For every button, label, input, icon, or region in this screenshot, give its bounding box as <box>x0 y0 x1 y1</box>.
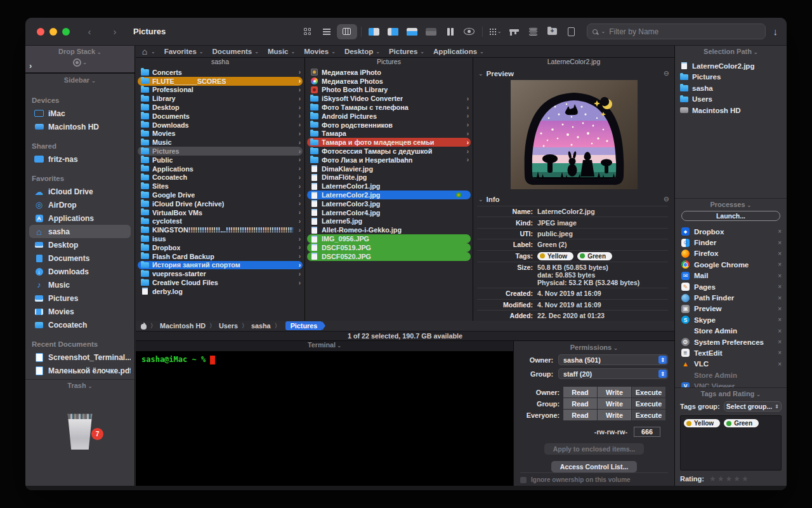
file-row[interactable]: LaterneColor2.jpg <box>307 190 471 199</box>
execute-toggle[interactable]: Execute <box>632 387 666 398</box>
quick-look-button[interactable] <box>461 24 478 39</box>
read-toggle[interactable]: Read <box>563 398 598 409</box>
breadcrumb-segment[interactable]: Users <box>219 322 238 330</box>
preview-section-header[interactable]: ⌄ Preview ⊖ <box>473 67 674 79</box>
file-row[interactable]: Desktop › <box>138 103 303 112</box>
breadcrumb-current[interactable]: Pictures <box>285 321 323 330</box>
toggle-right-panel-button[interactable] <box>384 24 402 39</box>
quit-process-icon[interactable]: × <box>778 338 782 345</box>
folder-menu[interactable]: Music <box>268 48 295 55</box>
file-row[interactable]: Google Drive › <box>138 190 303 199</box>
file-row[interactable]: Movies › <box>138 130 303 138</box>
sidebar-item[interactable]: AirDrop <box>29 198 131 211</box>
quit-process-icon[interactable]: × <box>778 305 782 312</box>
file-row[interactable]: cyclotest › <box>138 217 303 226</box>
icon-view-button[interactable] <box>299 24 317 39</box>
trash-icon[interactable]: 7 <box>65 413 95 450</box>
file-row[interactable]: Music › <box>138 138 303 147</box>
file-row[interactable]: Library › <box>138 94 303 103</box>
folder-menu[interactable]: Applications <box>433 48 484 55</box>
file-row[interactable]: Concerts › <box>138 68 303 77</box>
file-row[interactable]: Тамара и фото младенцев семьи › <box>307 138 471 147</box>
sidebar-item[interactable]: Shared <box>29 139 131 152</box>
selection-path-header[interactable]: Selection Path <box>680 48 782 55</box>
file-row[interactable]: Public › <box>138 156 303 164</box>
tags-group-select[interactable]: Select group... <box>724 401 782 411</box>
process-row[interactable]: Skype × <box>681 314 782 325</box>
file-row[interactable]: Фотосессия Тамары с дедушкой › <box>307 147 471 156</box>
list-view-button[interactable] <box>318 24 336 39</box>
process-row[interactable]: Firefox × <box>681 248 782 259</box>
file-row[interactable]: Flash Card Backup › <box>138 252 303 261</box>
permissions-header[interactable]: Permissions <box>520 344 668 351</box>
write-toggle[interactable]: Write <box>598 387 632 398</box>
preview-image[interactable] <box>511 80 638 189</box>
file-row[interactable]: Photo Booth Library <box>307 86 471 95</box>
file-row[interactable]: Professional › <box>138 86 303 95</box>
execute-toggle[interactable]: Execute <box>632 398 666 409</box>
section-options-icon[interactable]: ⊖ <box>664 69 669 77</box>
sidebar-item[interactable]: Documents <box>29 251 131 265</box>
sidebar-item[interactable]: Downloads <box>29 265 131 278</box>
dual-pane-button[interactable] <box>442 24 459 39</box>
new-document-button[interactable] <box>563 24 580 39</box>
drop-stack-header[interactable]: Drop Stack <box>25 48 134 55</box>
close-window-button[interactable] <box>37 28 44 36</box>
file-row[interactable]: Cocoatech › <box>138 173 303 182</box>
file-row[interactable]: Dropbox › <box>138 243 303 252</box>
process-row[interactable]: Path Finder × <box>681 292 782 303</box>
back-button[interactable]: ‹ <box>84 26 95 37</box>
process-row[interactable]: TextEdit × <box>681 347 782 358</box>
file-row[interactable]: IMG_0956.JPG <box>307 234 471 243</box>
process-row[interactable]: Finder × <box>681 237 782 248</box>
quit-process-icon[interactable]: × <box>778 239 782 246</box>
quit-process-icon[interactable]: × <box>778 261 782 268</box>
process-row[interactable]: VNC Viewer × <box>681 380 782 387</box>
trash-header[interactable]: Trash <box>25 382 134 389</box>
apple-icon[interactable] <box>141 323 147 330</box>
group-select[interactable]: staff (20) <box>558 368 668 379</box>
sidebar-item[interactable]: Recent Documents <box>29 337 131 351</box>
file-row[interactable]: Фото родственников › <box>307 121 471 130</box>
file-row[interactable]: isus › <box>138 234 303 243</box>
file-row[interactable]: Creative Cloud Files › <box>138 278 303 287</box>
file-row[interactable]: Тамара › <box>307 130 471 138</box>
toggle-drawer-button[interactable] <box>422 24 440 39</box>
file-row[interactable]: Allet-Romeo-i-Gekko.jpg <box>307 225 471 234</box>
file-row[interactable]: vuepress-starter › <box>138 269 303 278</box>
sidebar-item[interactable]: Screenshot_Terminal... <box>29 351 131 364</box>
section-options-icon[interactable]: ⊖ <box>664 195 669 203</box>
file-row[interactable]: derby.log <box>138 287 303 296</box>
sidebar-item[interactable]: Music <box>29 278 131 291</box>
folder-menu[interactable]: Favorites <box>164 48 204 55</box>
octal-input[interactable]: 666 <box>634 427 660 437</box>
file-row[interactable]: Laterne5.jpg <box>307 217 471 226</box>
write-toggle[interactable]: Write <box>598 398 632 409</box>
process-row[interactable]: Dropbox × <box>681 226 782 237</box>
process-row[interactable]: VLC × <box>681 359 782 370</box>
access-control-list-button[interactable]: Access Control List... <box>551 461 637 472</box>
process-row[interactable]: Store Admin × <box>681 326 782 337</box>
selection-path-item[interactable]: Macintosh HD <box>680 105 782 116</box>
apply-to-enclosed-button[interactable]: Apply to enclosed items... <box>544 443 645 455</box>
read-toggle[interactable]: Read <box>563 387 598 398</box>
download-arrow-icon[interactable]: ↓ <box>773 26 778 37</box>
sidebar-item[interactable]: Devices <box>29 93 131 107</box>
folder-menu[interactable]: Desktop <box>344 48 380 55</box>
tag-pill[interactable]: Green <box>724 419 759 427</box>
file-row[interactable]: История занятий спортом › <box>138 261 303 270</box>
quit-process-icon[interactable]: × <box>778 228 782 235</box>
tag-pill[interactable]: Yellow <box>537 252 573 260</box>
sidebar-header[interactable]: Sidebar <box>25 74 134 85</box>
sidebar-item[interactable]: sasha <box>29 225 131 238</box>
sidebar-item[interactable]: Macintosh HD <box>29 120 131 133</box>
home-menu[interactable] <box>141 48 155 55</box>
sidebar-item[interactable]: fritz-nas <box>29 152 131 166</box>
filter-input[interactable] <box>609 27 759 36</box>
tools-button[interactable] <box>506 24 523 39</box>
toggle-left-panel-button[interactable] <box>365 24 383 39</box>
tag-pill[interactable]: Green <box>577 252 612 260</box>
file-row[interactable]: KINGSTON!!!!!!!!!!!!!!...!!!!!!!!!!!!!!!… <box>138 225 303 234</box>
quit-process-icon[interactable]: × <box>778 295 782 302</box>
file-row[interactable]: DimaKlavier.jpg <box>307 164 471 173</box>
